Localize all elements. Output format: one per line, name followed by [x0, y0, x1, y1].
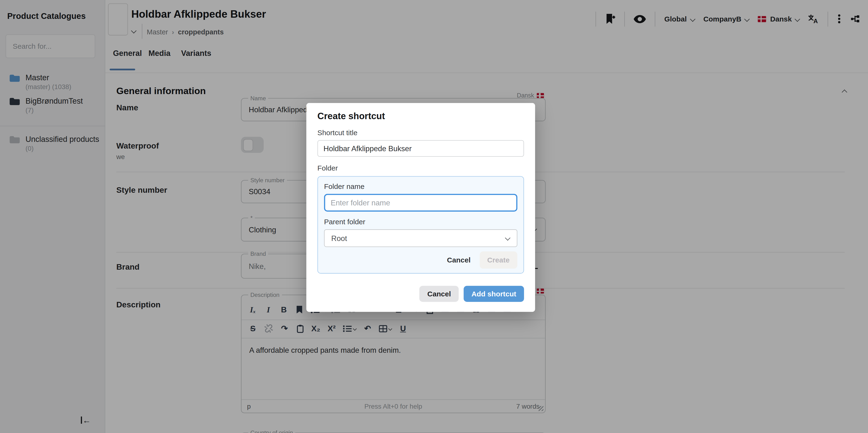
folder-name-input[interactable]	[324, 194, 517, 212]
modal-cancel-button[interactable]: Cancel	[420, 286, 459, 302]
create-shortcut-modal: Create shortcut Shortcut title Folder Fo…	[306, 103, 535, 312]
folder-cancel-button[interactable]: Cancel	[440, 251, 477, 269]
shortcut-title-label: Shortcut title	[317, 128, 524, 137]
app-window: Product Catalogues Master (master) (1038…	[0, 0, 868, 433]
add-shortcut-button[interactable]: Add shortcut	[464, 286, 524, 302]
folder-name-label: Folder name	[324, 182, 517, 191]
parent-folder-select[interactable]: Root	[324, 229, 517, 247]
folder-create-button[interactable]: Create	[479, 251, 517, 269]
create-folder-panel: Folder name Parent folder Root Cancel Cr…	[317, 176, 524, 274]
folder-label: Folder	[317, 164, 524, 172]
shortcut-title-input[interactable]	[317, 140, 524, 157]
modal-title: Create shortcut	[317, 111, 524, 121]
chevron-down-icon	[505, 235, 510, 241]
parent-folder-value: Root	[331, 234, 347, 242]
parent-folder-label: Parent folder	[324, 218, 517, 226]
